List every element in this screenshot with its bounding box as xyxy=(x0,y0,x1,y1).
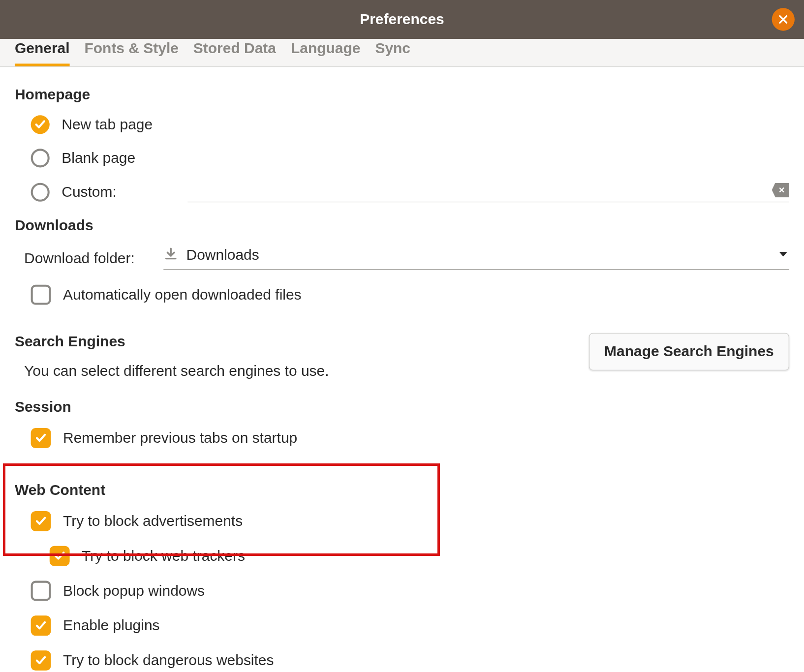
section-homepage-title: Homepage xyxy=(15,86,789,103)
check-icon xyxy=(53,550,66,563)
check-icon xyxy=(34,654,47,667)
tab-fonts-style[interactable]: Fonts & Style xyxy=(84,39,178,66)
checkbox-auto-open-downloads[interactable] xyxy=(31,285,51,305)
custom-url-input[interactable] xyxy=(187,182,765,197)
label-block-ads: Try to block advertisements xyxy=(63,513,243,530)
check-icon xyxy=(34,431,47,445)
content-area: Homepage New tab page Blank page Custom:… xyxy=(0,67,804,672)
check-icon xyxy=(34,119,46,131)
radio-custom[interactable] xyxy=(31,183,50,202)
download-folder-label: Download folder: xyxy=(24,249,152,267)
label-block-trackers: Try to block web trackers xyxy=(82,547,245,564)
label-auto-open-downloads: Automatically open downloaded files xyxy=(63,286,302,303)
clear-input-button[interactable] xyxy=(772,183,789,197)
checkbox-block-dangerous[interactable] xyxy=(31,650,51,671)
label-block-dangerous: Try to block dangerous websites xyxy=(63,652,274,669)
label-enable-plugins: Enable plugins xyxy=(63,617,160,634)
tab-sync[interactable]: Sync xyxy=(375,39,410,66)
window-title: Preferences xyxy=(360,11,444,28)
label-remember-tabs: Remember previous tabs on startup xyxy=(63,429,297,447)
label-custom: Custom: xyxy=(62,183,115,201)
close-button[interactable] xyxy=(772,8,795,31)
radio-blank-page[interactable] xyxy=(31,149,50,167)
section-search-title: Search Engines xyxy=(15,333,589,350)
section-session-title: Session xyxy=(15,398,789,416)
checkbox-block-ads[interactable] xyxy=(31,511,51,531)
label-new-tab-page: New tab page xyxy=(62,116,153,133)
section-web-content-title: Web Content xyxy=(15,482,789,499)
download-folder-value: Downloads xyxy=(186,246,770,264)
download-icon xyxy=(163,246,178,264)
tab-general[interactable]: General xyxy=(15,39,70,66)
manage-search-engines-button[interactable]: Manage Search Engines xyxy=(589,333,789,370)
chevron-down-icon xyxy=(777,248,790,263)
checkbox-block-popups[interactable] xyxy=(31,581,51,601)
tab-stored-data[interactable]: Stored Data xyxy=(193,39,276,66)
check-icon xyxy=(34,619,47,632)
check-icon xyxy=(34,515,47,528)
tab-language[interactable]: Language xyxy=(291,39,360,66)
label-blank-page: Blank page xyxy=(62,150,135,167)
section-downloads-title: Downloads xyxy=(15,217,789,234)
label-block-popups: Block popup windows xyxy=(63,582,205,599)
download-folder-select[interactable]: Downloads xyxy=(163,246,789,270)
checkbox-remember-tabs[interactable] xyxy=(31,428,51,448)
checkbox-enable-plugins[interactable] xyxy=(31,615,51,636)
tab-bar: General Fonts & Style Stored Data Langua… xyxy=(0,39,804,67)
titlebar: Preferences xyxy=(0,0,804,39)
close-icon xyxy=(778,14,789,25)
checkbox-block-trackers[interactable] xyxy=(50,546,70,566)
radio-new-tab-page[interactable] xyxy=(31,115,50,134)
search-description: You can select different search engines … xyxy=(24,363,589,380)
